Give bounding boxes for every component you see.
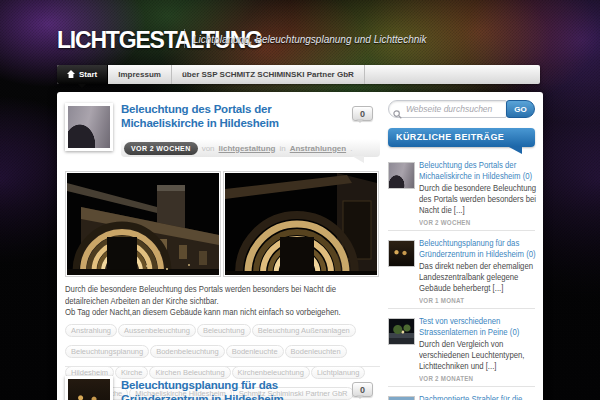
page: LICHTGESTALTUNG Lichtplanung, Beleuchtun…: [0, 0, 600, 400]
recent-post-age: VOR 1 MONAT: [419, 297, 537, 304]
post-title[interactable]: Beleuchtungsplanung für das Gründerzentr…: [121, 378, 356, 400]
tag-pill[interactable]: Aussenbeleuchtung: [118, 324, 196, 337]
nav-item-start[interactable]: Start: [57, 65, 108, 84]
author-link[interactable]: lichtgestaltung: [219, 144, 276, 153]
recent-post-thumbnail[interactable]: [388, 240, 415, 267]
post-paragraph: Durch die besondere Beleuchtung des Port…: [65, 284, 378, 307]
post-thumbnail[interactable]: [65, 103, 113, 151]
post-thumbnail[interactable]: [65, 376, 113, 400]
recent-post-link[interactable]: Beleuchtungsplanung für das Gründerzentr…: [419, 238, 537, 259]
recent-post-age: VOR 2 MONATEN: [419, 375, 537, 382]
nav-label: Impressum: [118, 70, 161, 79]
search-box: GO: [388, 100, 535, 118]
post-paragraph: Ob Tag oder Nacht,an diesem Gebäude kann…: [65, 307, 378, 319]
recent-post-excerpt: Durch den Vergleich von verschiedenen Le…: [419, 339, 537, 372]
byline-period: .: [350, 144, 352, 153]
recent-post-item: Beleuchtung des Portals der Michaeliskir…: [388, 160, 535, 231]
date-badge: VOR 2 WOCHEN: [124, 142, 198, 155]
recent-post-link[interactable]: Dachmontierte Strahler für die Michaelis…: [419, 394, 537, 400]
recent-post-text: Beleuchtungsplanung für das Gründerzentr…: [419, 238, 537, 304]
nav-item-about[interactable]: über SSP SCHMITZ SCHIMINSKI Partner GbR: [172, 65, 365, 84]
tag-pill[interactable]: Bodenleuchten: [285, 345, 347, 358]
recent-post-item: Beleuchtungsplanung für das Gründerzentr…: [388, 238, 535, 309]
category-link[interactable]: Anstrahlungen: [290, 144, 346, 153]
recent-post-item: Dachmontierte Strahler für die Michaelis…: [388, 394, 535, 400]
main-nav: Start Impressum über SSP SCHMITZ SCHIMIN…: [57, 65, 540, 84]
church-portal-photo-right[interactable]: [223, 171, 379, 277]
tag-pill[interactable]: Beleuchtung: [197, 324, 251, 337]
site-tagline: Lichtplanung, Beleuchtungsplanung und Li…: [193, 34, 427, 45]
recent-post-excerpt: Das direkt neben der ehemaligen Landesze…: [419, 261, 537, 294]
tag-pill[interactable]: Bodenleuchte: [226, 345, 284, 358]
active-tab-arrow: [78, 84, 86, 92]
tag-pill[interactable]: Anstrahlung: [65, 324, 117, 337]
church-portal-photo-left[interactable]: [65, 171, 221, 277]
tag-pill[interactable]: Beleuchtungsplanung: [65, 345, 149, 358]
recent-post-thumbnail[interactable]: [388, 396, 415, 400]
tag-pill[interactable]: Beleuchtung Außenanlagen: [252, 324, 356, 337]
comment-count-bubble[interactable]: 0: [352, 106, 373, 121]
byline-von: von: [202, 144, 215, 153]
nav-label: über SSP SCHMITZ SCHIMINSKI Partner GbR: [182, 70, 354, 79]
post-title[interactable]: Beleuchtung des Portals der Michaeliskir…: [121, 102, 356, 130]
home-icon: [67, 66, 75, 85]
post-divider: [65, 366, 380, 367]
recent-post-thumbnail[interactable]: [388, 162, 415, 189]
nav-item-impressum[interactable]: Impressum: [108, 65, 172, 84]
recent-post-text: Beleuchtung des Portals der Michaeliskir…: [419, 160, 537, 226]
recent-post-item: Test von verschiedenen Strassenlaternen …: [388, 316, 535, 387]
logo-separator: [184, 29, 185, 48]
recent-post-text: Test von verschiedenen Strassenlaternen …: [419, 316, 537, 382]
recent-post-thumbnail[interactable]: [388, 318, 415, 345]
recent-post-text: Dachmontierte Strahler für die Michaelis…: [419, 394, 537, 400]
tag-pill[interactable]: Bodenbeleuchtung: [150, 345, 225, 358]
nav-label: Start: [79, 70, 97, 79]
search-go-button[interactable]: GO: [506, 100, 535, 118]
content-box: Beleuchtung des Portals der Michaeliskir…: [57, 92, 543, 400]
recent-post-link[interactable]: Test von verschiedenen Strassenlaternen …: [419, 316, 537, 337]
post-images: [65, 171, 379, 277]
byline-in: in: [279, 144, 285, 153]
recent-post-excerpt: Durch die besondere Beleuchtung des Port…: [419, 183, 537, 216]
recent-post-age: VOR 2 WOCHEN: [419, 219, 537, 226]
post-meta-bar: VOR 2 WOCHEN von lichtgestaltung in Anst…: [121, 139, 380, 157]
recent-post-link[interactable]: Beleuchtung des Portals der Michaeliskir…: [419, 160, 537, 181]
sidebar: GO KÜRZLICHE BEITRÄGE Beleuchtung des Po…: [388, 100, 535, 400]
search-input[interactable]: [388, 100, 507, 118]
post-body: Durch die besondere Beleuchtung des Port…: [65, 284, 378, 319]
main-column: Beleuchtung des Portals der Michaeliskir…: [65, 100, 380, 400]
comment-count-bubble[interactable]: 0: [352, 382, 373, 397]
recent-posts-heading: KÜRZLICHE BEITRÄGE: [388, 128, 535, 147]
